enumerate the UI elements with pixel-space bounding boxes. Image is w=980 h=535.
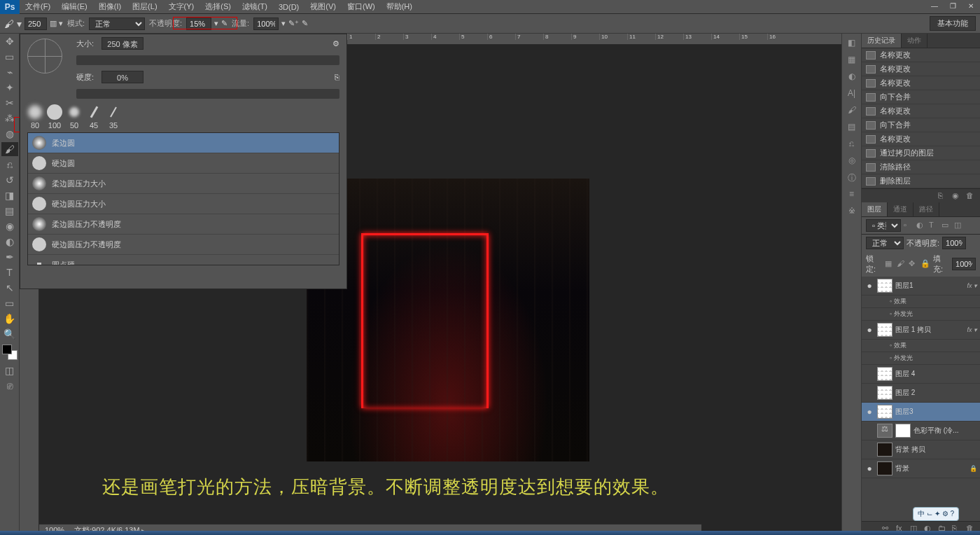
- layer-name[interactable]: 图层 1 拷贝: [895, 325, 964, 335]
- zoom-tool[interactable]: 🔍: [1, 327, 18, 341]
- tab-layers[interactable]: 图层: [862, 202, 888, 216]
- gradient-tool[interactable]: ▤: [1, 204, 18, 218]
- lock-paint-icon[interactable]: 🖌: [897, 259, 906, 269]
- color-swatches[interactable]: [2, 345, 18, 360]
- brush-item[interactable]: 柔边圆: [28, 133, 339, 153]
- layer-effect[interactable]: ◦ 外发光: [862, 352, 980, 365]
- history-item[interactable]: 向下合并: [862, 90, 980, 104]
- menu-image[interactable]: 图像(I): [93, 1, 127, 12]
- brush-tool-icon[interactable]: 🖌 ▾: [4, 18, 22, 29]
- blend-mode-select[interactable]: 正常: [89, 18, 145, 30]
- brush-item[interactable]: 圆点硬: [28, 255, 339, 265]
- tab-history[interactable]: 历史记录: [862, 34, 902, 48]
- os-taskbar[interactable]: [0, 531, 980, 535]
- history-item[interactable]: 名称更改: [862, 48, 980, 62]
- dodge-tool[interactable]: ◐: [1, 235, 18, 249]
- workspace-switcher[interactable]: 基本功能: [930, 16, 976, 31]
- panel-gear-icon[interactable]: ⚙: [332, 39, 340, 48]
- move-tool[interactable]: ✥: [1, 34, 18, 48]
- opacity-dropdown[interactable]: ▾: [214, 19, 218, 28]
- brush-item[interactable]: 硬边圆压力大小: [28, 194, 339, 214]
- dock-color-icon[interactable]: ◧: [845, 38, 859, 50]
- lock-all-icon[interactable]: 🔒: [920, 259, 930, 269]
- history-brush-tool[interactable]: ↺: [1, 173, 18, 187]
- layer-name[interactable]: 背景 拷贝: [895, 445, 977, 454]
- filter-pixel-icon[interactable]: ▫: [904, 221, 913, 230]
- marquee-tool[interactable]: ▭: [1, 50, 18, 64]
- blur-tool[interactable]: ◉: [1, 219, 18, 233]
- snapshot-icon[interactable]: ⎘: [938, 191, 948, 201]
- visibility-toggle[interactable]: ●: [864, 464, 874, 473]
- history-item[interactable]: 名称更改: [862, 104, 980, 118]
- dock-clone-icon[interactable]: ⎌: [845, 139, 859, 151]
- layer-name[interactable]: 图层 4: [895, 369, 977, 379]
- dock-swatches-icon[interactable]: ▦: [845, 55, 859, 67]
- layer-effect[interactable]: ◦ 效果: [862, 340, 980, 352]
- filter-smart-icon[interactable]: ◫: [954, 221, 964, 230]
- filter-shape-icon[interactable]: ▭: [941, 221, 951, 230]
- lock-pos-icon[interactable]: ✥: [909, 259, 918, 269]
- layer-row[interactable]: ●图层3: [862, 403, 980, 422]
- menu-view[interactable]: 视图(V): [304, 1, 342, 12]
- brush-angle-control[interactable]: [27, 39, 62, 74]
- dock-brush-icon[interactable]: 🖌: [845, 105, 859, 118]
- history-item[interactable]: 名称更改: [862, 132, 980, 146]
- dock-nav-icon[interactable]: ◎: [845, 155, 859, 168]
- layer-effect[interactable]: ◦ 外发光: [862, 308, 980, 321]
- layer-name[interactable]: 背景: [895, 464, 967, 473]
- flow-dropdown[interactable]: ▾: [281, 19, 286, 28]
- history-item[interactable]: 名称更改: [862, 76, 980, 90]
- menu-3d[interactable]: 3D(D): [273, 3, 304, 11]
- dock-info-icon[interactable]: ⓘ: [845, 172, 859, 185]
- layer-row[interactable]: 图层 4: [862, 365, 980, 384]
- ime-indicator[interactable]: 中 ⌙ ✦ ⚙ ?: [913, 507, 959, 521]
- layer-effect[interactable]: ◦ 效果: [862, 296, 980, 308]
- stamp-tool[interactable]: ⎌: [1, 158, 18, 172]
- layer-row[interactable]: ⚖色彩平衡 (冷...: [862, 422, 980, 440]
- eyedropper-tool[interactable]: ⁂: [1, 111, 18, 125]
- menu-select[interactable]: 选择(S): [200, 1, 237, 12]
- type-tool[interactable]: T: [1, 265, 18, 279]
- layer-row[interactable]: ●图层 1 拷贝fx ▾: [862, 321, 980, 340]
- heal-tool[interactable]: ◍: [1, 127, 18, 141]
- menu-type[interactable]: 文字(Y): [163, 1, 200, 12]
- dock-adjustments-icon[interactable]: ◐: [845, 71, 859, 84]
- opacity-input[interactable]: [186, 18, 211, 30]
- pen-tool[interactable]: ✒: [1, 250, 18, 264]
- eraser-tool[interactable]: ◨: [1, 188, 18, 202]
- brush-item[interactable]: 硬边圆: [28, 153, 339, 174]
- history-item[interactable]: 名称更改: [862, 62, 980, 76]
- trash-icon[interactable]: 🗑: [966, 191, 976, 201]
- layer-row[interactable]: 图层 2: [862, 384, 980, 403]
- lasso-tool[interactable]: ⌁: [1, 65, 18, 79]
- layer-filter-select[interactable]: ▫ 类型: [866, 219, 901, 232]
- tab-paths[interactable]: 路径: [913, 202, 939, 216]
- flow-input[interactable]: [253, 18, 279, 30]
- path-tool[interactable]: ↖: [1, 281, 18, 295]
- layer-blend-select[interactable]: 正常: [866, 237, 904, 249]
- lock-trans-icon[interactable]: ▦: [885, 259, 894, 269]
- layer-list[interactable]: ●图层1fx ▾◦ 效果◦ 外发光●图层 1 拷贝fx ▾◦ 效果◦ 外发光图层…: [862, 277, 980, 521]
- layer-name[interactable]: 图层1: [895, 281, 964, 291]
- brush-item[interactable]: 柔边圆压力大小: [28, 174, 339, 194]
- brush-item[interactable]: 柔边圆压力不透明度: [28, 214, 339, 235]
- dock-styles-icon[interactable]: A|: [845, 88, 859, 101]
- visibility-toggle[interactable]: ●: [864, 281, 874, 291]
- layer-row[interactable]: ●图层1fx ▾: [862, 277, 980, 296]
- pressure-opacity-icon[interactable]: ✎: [221, 19, 227, 28]
- crop-tool[interactable]: ✂: [1, 96, 18, 110]
- shape-tool[interactable]: ▭: [1, 296, 18, 310]
- size-value[interactable]: 250 像素: [102, 37, 144, 50]
- filter-type-icon[interactable]: T: [929, 221, 939, 230]
- layer-name[interactable]: 色彩平衡 (冷...: [913, 426, 977, 436]
- screenmode-toggle[interactable]: ⎚: [1, 379, 18, 393]
- dock-char-icon[interactable]: ※: [845, 206, 859, 218]
- menu-window[interactable]: 窗口(W): [342, 1, 381, 12]
- brush-size-input[interactable]: [24, 18, 47, 30]
- history-item[interactable]: 向下合并: [862, 118, 980, 132]
- layer-row[interactable]: ●背景🔒: [862, 459, 980, 478]
- size-slider[interactable]: [76, 55, 340, 65]
- history-item[interactable]: 删除图层: [862, 174, 980, 188]
- menu-filter[interactable]: 滤镜(T): [237, 1, 273, 12]
- dock-prop-icon[interactable]: ≡: [845, 189, 859, 202]
